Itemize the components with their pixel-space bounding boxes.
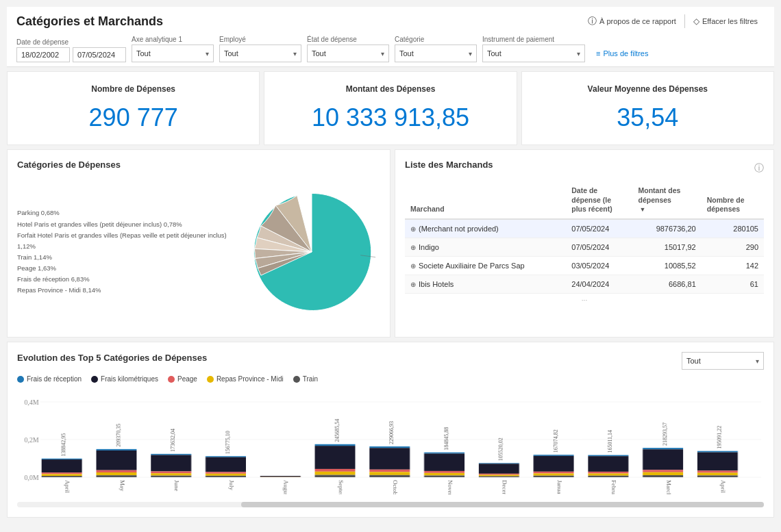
expand-icon[interactable]: ⊕ <box>410 244 416 251</box>
legend-dot <box>168 376 175 383</box>
chevron-down-icon: ▾ <box>293 50 297 58</box>
merchant-section-title: Liste des Marchands <box>405 160 493 170</box>
chart-scrollbar-thumb[interactable] <box>241 502 764 507</box>
legend-frais-km: Frais kilométriques <box>91 375 158 383</box>
employe-filter-group: Employé Tout ▾ <box>219 36 301 62</box>
merchant-date-cell: 03/05/2024 <box>566 256 632 275</box>
pie-legend: Parking 0,68% Hotel Paris et grandes vil… <box>17 207 236 296</box>
kpi-amount-title: Montant des Dépenses <box>278 84 502 94</box>
table-row[interactable]: ⊕Indigo 07/05/2024 15017,92 290 <box>405 238 764 256</box>
filters-row: Date de dépense Axe analytique 1 Tout ▾ … <box>16 36 765 62</box>
merchant-name-cell: ⊕(Merchant not provided) <box>405 219 566 238</box>
merchant-amount-cell: 6686,81 <box>633 275 702 293</box>
kpi-row: Nombre de Dépenses 290 777 Montant des D… <box>7 71 774 145</box>
kpi-card-count: Nombre de Dépenses 290 777 <box>7 71 260 145</box>
chart-legend-row: Frais de réception Frais kilométriques P… <box>17 375 764 383</box>
categorie-filter-label: Catégorie <box>395 36 477 43</box>
employe-filter-label: Employé <box>219 36 301 43</box>
categorie-filter-group: Catégorie Tout ▾ <box>395 36 477 62</box>
date-to-input[interactable] <box>73 47 126 62</box>
more-filters-button[interactable]: ≡ Plus de filtres <box>591 45 654 62</box>
legend-item: Peage 1,63% <box>17 263 236 274</box>
chevron-down-icon: ▾ <box>206 50 209 58</box>
merchant-name-cell: ⊕Societe Auxiliaire De Parcs Sap <box>405 256 566 275</box>
bottom-header: Evolution des Top 5 Catégories de Dépens… <box>17 352 764 370</box>
merchant-date-cell: 07/05/2024 <box>566 238 632 256</box>
col-header-date: Date dedépense (leplus récent) <box>566 182 632 219</box>
instrument-filter-select[interactable]: Tout ▾ <box>482 45 585 62</box>
about-report-button[interactable]: ⓘ À propos de ce rapport <box>581 12 683 30</box>
merchant-table: Marchand Date dedépense (leplus récent) … <box>405 182 764 294</box>
sort-arrow-icon[interactable]: ▼ <box>640 206 646 214</box>
chevron-down-icon: ▾ <box>756 357 759 365</box>
merchant-name-cell: ⊕Ibis Hotels <box>405 275 566 293</box>
legend-item: Hotel Paris et grandes villes (petit déj… <box>17 219 236 230</box>
axe-filter-group: Axe analytique 1 Tout ▾ <box>132 36 214 62</box>
legend-item: Forfait Hotel Paris et grandes villes (R… <box>17 230 236 252</box>
etat-filter-select[interactable]: Tout ▾ <box>307 45 389 62</box>
kpi-count-title: Nombre de Dépenses <box>21 84 245 94</box>
legend-train: Train <box>293 375 318 383</box>
header-divider <box>684 14 685 28</box>
axe-filter-select[interactable]: Tout ▾ <box>132 45 214 62</box>
table-row[interactable]: ⊕Ibis Hotels 24/04/2024 6686,81 61 <box>405 275 764 293</box>
merchant-amount-cell: 15017,92 <box>633 238 702 256</box>
middle-row: Catégories de Dépenses Parking 0,68% Hot… <box>7 149 774 338</box>
merchant-count-cell: 290 <box>702 238 764 256</box>
page-title: Catégories et Marchands <box>16 14 163 29</box>
merchant-info-icon[interactable]: ⓘ <box>754 162 764 175</box>
legend-dot <box>207 376 214 383</box>
kpi-count-value: 290 777 <box>21 103 245 132</box>
table-more-rows: ··· <box>405 296 764 304</box>
merchant-section-header: Liste des Marchands ⓘ <box>405 160 764 177</box>
chevron-down-icon: ▾ <box>381 50 384 58</box>
merchant-count-cell: 280105 <box>702 219 764 238</box>
expand-icon[interactable]: ⊕ <box>410 225 416 233</box>
legend-dot <box>91 376 98 383</box>
date-filter-group: Date de dépense <box>16 38 126 62</box>
col-header-montant: Montant desdépenses▼ <box>633 182 702 219</box>
table-row[interactable]: ⊕Societe Auxiliaire De Parcs Sap 03/05/2… <box>405 256 764 275</box>
instrument-filter-group: Instrument de paiement Tout ▾ <box>482 36 585 62</box>
legend-peage: Peage <box>168 375 197 383</box>
eraser-icon: ◇ <box>693 16 699 26</box>
date-filter-label: Date de dépense <box>16 38 126 46</box>
merchant-section: Liste des Marchands ⓘ Marchand Date dedé… <box>395 149 774 338</box>
clear-filters-button[interactable]: ◇ Effacer les filtres <box>686 14 765 29</box>
etat-filter-label: État de dépense <box>307 36 389 43</box>
merchant-count-cell: 61 <box>702 275 764 293</box>
merchant-name-cell: ⊕Indigo <box>405 238 566 256</box>
axe-filter-label: Axe analytique 1 <box>132 36 214 43</box>
kpi-card-amount: Montant des Dépenses 10 333 913,85 <box>264 71 517 145</box>
chart-scrollbar[interactable] <box>17 502 764 507</box>
pie-chart: Frais kilométriques 75,57% <box>247 187 377 317</box>
date-from-input[interactable] <box>16 47 70 62</box>
merchant-count-cell: 142 <box>702 256 764 275</box>
table-header-row: Marchand Date dedépense (leplus récent) … <box>405 182 764 219</box>
expand-icon[interactable]: ⊕ <box>410 281 416 288</box>
employe-filter-select[interactable]: Tout ▾ <box>219 45 301 62</box>
table-row[interactable]: ⊕(Merchant not provided) 07/05/2024 9876… <box>405 219 764 238</box>
etat-filter-group: État de dépense Tout ▾ <box>307 36 389 62</box>
expand-icon[interactable]: ⊕ <box>410 262 416 270</box>
merchant-date-cell: 24/04/2024 <box>566 275 632 293</box>
legend-item: Repas Province - Midi 8,14% <box>17 285 236 296</box>
kpi-amount-value: 10 333 913,85 <box>278 103 502 132</box>
legend-item: Parking 0,68% <box>17 207 236 218</box>
kpi-avg-value: 35,54 <box>536 103 760 132</box>
pie-chart-wrapper: Frais kilométriques 75,57% <box>243 187 380 317</box>
col-header-nombre: Nombre dedépenses <box>702 182 764 219</box>
legend-repas: Repas Province - Midi <box>207 375 284 383</box>
bottom-section-title: Evolution des Top 5 Catégories de Dépens… <box>17 353 207 363</box>
kpi-card-avg: Valeur Moyenne des Dépenses 35,54 <box>521 71 774 145</box>
info-circle-icon: ⓘ <box>588 15 597 27</box>
merchant-amount-cell: 10085,52 <box>633 256 702 275</box>
pie-section-title: Catégories de Dépenses <box>17 160 380 170</box>
col-header-marchand: Marchand <box>405 182 566 219</box>
pie-section: Catégories de Dépenses Parking 0,68% Hot… <box>7 149 390 338</box>
merchant-date-cell: 07/05/2024 <box>566 219 632 238</box>
bottom-filter-select[interactable]: Tout ▾ <box>682 352 764 370</box>
categorie-filter-select[interactable]: Tout ▾ <box>395 45 477 62</box>
pie-container: Parking 0,68% Hotel Paris et grandes vil… <box>17 177 380 327</box>
legend-dot <box>17 376 24 383</box>
